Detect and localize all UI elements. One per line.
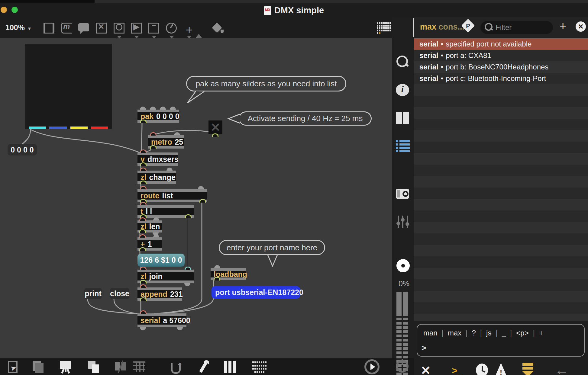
bring-forward-icon[interactable]	[88, 361, 101, 373]
multislider-panel[interactable]	[25, 44, 112, 129]
new-dial-icon[interactable]	[165, 22, 178, 34]
info-icon[interactable]: i	[396, 84, 409, 96]
filter-messages-icon[interactable]	[521, 363, 535, 375]
cpu-usage-label: 0%	[395, 279, 413, 288]
object-route-list[interactable]: routelist	[137, 189, 207, 202]
console-command-input[interactable]: man| max| ?| js| _| <p>| + >	[417, 324, 585, 357]
level-meter	[396, 292, 409, 358]
message-0000[interactable]: 0 0 0 0	[8, 144, 37, 155]
console-footer: man| max| ?| js| _| <p>| + > ✕ >_ ! ←	[414, 321, 588, 375]
message-port[interactable]: port usbserial-EN187220	[212, 286, 300, 299]
console-row[interactable]: serial•port a: CXA81	[414, 50, 588, 61]
new-button-icon[interactable]	[113, 22, 125, 34]
inspector-columns-icon[interactable]	[396, 112, 410, 126]
new-comment-icon[interactable]	[77, 22, 90, 34]
chevron-down-icon: ▼	[27, 26, 32, 31]
object-t-l-l[interactable]: tl l	[137, 205, 194, 218]
command-shortcuts[interactable]: man| max| ?| js| _| <p>| +	[423, 329, 543, 337]
new-message-icon[interactable]: m	[60, 22, 73, 34]
comment-port-bubble[interactable]: enter your port name here	[219, 240, 325, 255]
back-arrow-icon[interactable]: ←	[555, 362, 569, 375]
comment-tail	[227, 113, 241, 124]
object-metro[interactable]: metro25	[148, 135, 184, 149]
object-zl-change[interactable]: zlchange	[137, 171, 176, 184]
metronome-mark: !	[500, 368, 502, 375]
object-serial[interactable]: seriala 57600	[137, 313, 186, 327]
console-header: max cons... P Filter + ✕	[414, 17, 588, 38]
object-v-dmxsers[interactable]: vdmxsers	[137, 152, 178, 166]
zoom-level-control[interactable]: 100%▼	[5, 23, 32, 32]
record-icon[interactable]	[396, 259, 410, 272]
clock-icon[interactable]	[476, 364, 488, 375]
console-empty-rows	[414, 84, 588, 321]
object-palette-grid-icon[interactable]	[377, 22, 391, 34]
keyboard-shortcuts-icon[interactable]	[252, 361, 266, 373]
slider-bar-red[interactable]	[91, 127, 108, 129]
presentation-mode-icon[interactable]	[59, 361, 72, 373]
new-number-icon[interactable]: −	[147, 22, 160, 34]
comment-tail	[184, 90, 208, 104]
toggle-x-icon: ✕	[210, 120, 221, 134]
console-filter-input[interactable]: Filter	[480, 21, 553, 34]
console-rows: serial•specified port not available seri…	[414, 38, 588, 84]
comment-pak-bubble[interactable]: pak as many silders as you need into lis…	[186, 76, 346, 91]
search-icon	[484, 22, 494, 33]
select-mode-icon[interactable]: ➤	[6, 361, 19, 373]
grid-snap-icon[interactable]	[133, 361, 146, 373]
filter-placeholder: Filter	[496, 23, 512, 32]
max-window: MXDMX simple 100%▼ m ✕ ▶ − ＋	[0, 0, 588, 375]
piano-keys-icon[interactable]	[224, 361, 237, 373]
console-list-icon[interactable]	[396, 139, 410, 153]
comment-activate-bubble[interactable]: Activate sending / 40 Hz = 25 ms	[239, 111, 372, 126]
slider-bar-blue[interactable]	[49, 127, 67, 129]
probe-badge-label: P	[465, 23, 471, 29]
object-zl-len[interactable]: zllen	[137, 220, 162, 232]
add-more-icon[interactable]: ＋	[183, 22, 195, 34]
message-print[interactable]: print	[84, 288, 102, 299]
attach-file-icon[interactable]: +	[170, 361, 183, 373]
panel-divider[interactable]	[413, 18, 414, 37]
wrench-icon[interactable]	[197, 361, 210, 373]
console-row[interactable]: serial•port c: Bluetooth-Incoming-Port	[414, 73, 588, 84]
new-object-icon[interactable]	[43, 22, 55, 34]
top-strip-right	[95, 0, 588, 3]
power-icon[interactable]	[396, 360, 409, 373]
new-toggle-icon[interactable]: ✕	[95, 22, 108, 34]
terminal-icon[interactable]: >_	[452, 365, 463, 375]
message-close[interactable]: close	[110, 288, 129, 299]
console-row[interactable]: serial•port b: BoseNC700Headphones	[414, 61, 588, 73]
search-icon[interactable]	[396, 55, 410, 69]
mixer-faders-icon[interactable]	[396, 215, 410, 229]
clear-console-icon[interactable]: ✕	[421, 364, 431, 375]
command-prompt: >	[422, 343, 426, 353]
object-zl-join[interactable]: zljoin	[137, 270, 194, 283]
toggle-activate[interactable]: ✕	[208, 120, 222, 134]
message-dmx-header[interactable]: 126 6 $1 0 0	[137, 254, 185, 267]
run-audio-icon[interactable]	[364, 359, 380, 374]
layers-icon[interactable]	[32, 361, 45, 373]
snapshot-camera-icon[interactable]	[396, 187, 410, 201]
comment-tail	[263, 254, 282, 267]
object-loadbang[interactable]: loadbang	[211, 268, 246, 280]
distribute-icon[interactable]	[115, 361, 128, 373]
maxpat-doc-icon: MX	[264, 6, 271, 15]
object-plus-1[interactable]: +1	[137, 237, 162, 251]
paint-bucket-icon[interactable]	[212, 22, 224, 34]
console-add-button[interactable]: +	[560, 20, 566, 33]
console-close-button[interactable]: ✕	[576, 21, 586, 32]
top-strip-left	[0, 0, 95, 3]
console-row[interactable]: serial•specified port not available	[414, 38, 588, 50]
object-append[interactable]: append231	[137, 287, 182, 301]
console-title: max cons...	[420, 22, 464, 32]
new-playbar-icon[interactable]: ▶	[130, 22, 143, 34]
object-pak[interactable]: pak0 0 0 0	[137, 110, 179, 123]
slider-bar-yellow[interactable]	[70, 127, 88, 129]
slider-bar-cyan[interactable]	[29, 127, 46, 129]
window-title: MXDMX simple	[0, 5, 588, 15]
